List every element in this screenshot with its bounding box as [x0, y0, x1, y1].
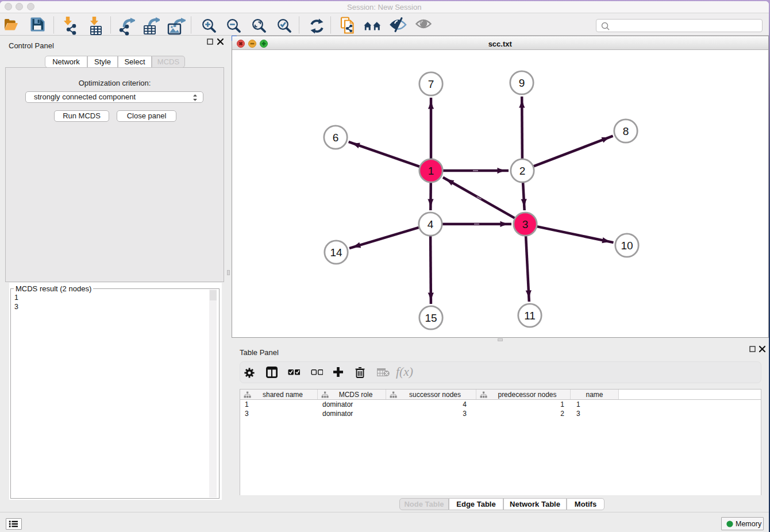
svg-text:7: 7: [428, 78, 434, 90]
svg-text:10: 10: [621, 240, 633, 252]
svg-text:3: 3: [522, 218, 529, 230]
svg-text:15: 15: [425, 312, 437, 324]
svg-text:6: 6: [333, 132, 339, 144]
svg-text:1: 1: [428, 165, 434, 177]
svg-text:14: 14: [330, 246, 342, 259]
svg-text:9: 9: [519, 77, 525, 89]
svg-text:11: 11: [524, 310, 536, 322]
svg-text:8: 8: [623, 125, 629, 137]
svg-text:2: 2: [519, 165, 526, 177]
svg-text:4: 4: [428, 218, 434, 230]
